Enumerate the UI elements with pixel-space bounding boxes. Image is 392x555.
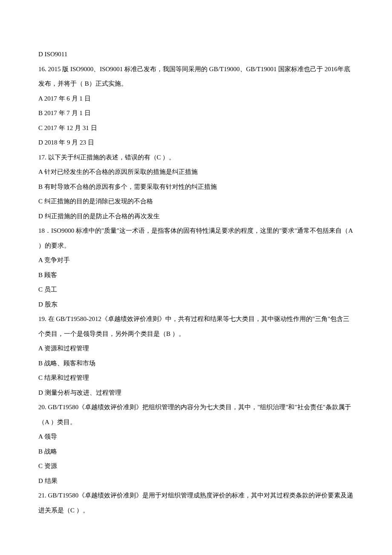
text-line: B 2017 年 7 月 1 日 — [38, 106, 354, 121]
text-line: B 顾客 — [38, 268, 354, 283]
text-line: D 纠正措施的目的是防止不合格的再次发生 — [38, 209, 354, 224]
text-line: 16. 2015 版 ISO9000、ISO9001 标准己发布，我国等同采用的… — [38, 62, 354, 91]
text-line: B 战略 — [38, 444, 354, 459]
text-line: A 领导 — [38, 429, 354, 444]
text-line: B 有时导致不合格的原因有多个，需要采取有针对性的纠正措施 — [38, 179, 354, 194]
text-line: C 员工 — [38, 282, 354, 297]
text-line: D 测量分析与改进、过程管理 — [38, 385, 354, 400]
text-line: 21. GB/T19580《卓越绩效评价准则》是用于对组织管理成熟度评价的标准，… — [38, 488, 354, 517]
text-line: C 纠正措施的目的是消除已发现的不合格 — [38, 194, 354, 209]
text-line: B 战略、顾客和市场 — [38, 356, 354, 371]
text-line: D ISO9011 — [38, 47, 354, 62]
text-line: C 2017 年 12 月 31 日 — [38, 121, 354, 136]
text-line: A 2017 年 6 月 1 日 — [38, 91, 354, 106]
text-line: D 2018 年 9 月 23 日 — [38, 135, 354, 150]
document-content: D ISO9011 16. 2015 版 ISO9000、ISO9001 标准己… — [38, 47, 354, 517]
text-line: 19. 在 GB/T19580-2012《卓越绩效评价准则》中，共有过程和结果等… — [38, 312, 354, 341]
text-line: A 针对已经发生的不合格的原因所采取的措施是纠正措施 — [38, 165, 354, 179]
text-line: 20. GB/T19580《卓越绩效评价准则》把组织管理的内容分为七大类目，其中… — [38, 400, 354, 429]
text-line: C 资源 — [38, 459, 354, 474]
text-line: 17. 以下关于纠正措施的表述，错误的有（C ）。 — [38, 150, 354, 165]
text-line: A 竞争对手 — [38, 253, 354, 268]
text-line: D 结果 — [38, 474, 354, 489]
text-line: D 股东 — [38, 297, 354, 312]
text-line: C 结果和过程管理 — [38, 370, 354, 385]
text-line: A 资源和过程管理 — [38, 341, 354, 356]
text-line: 18．ISO9000 标准中的"质量"这一术语，是指客体的固有特性满足要求的程度… — [38, 223, 354, 253]
